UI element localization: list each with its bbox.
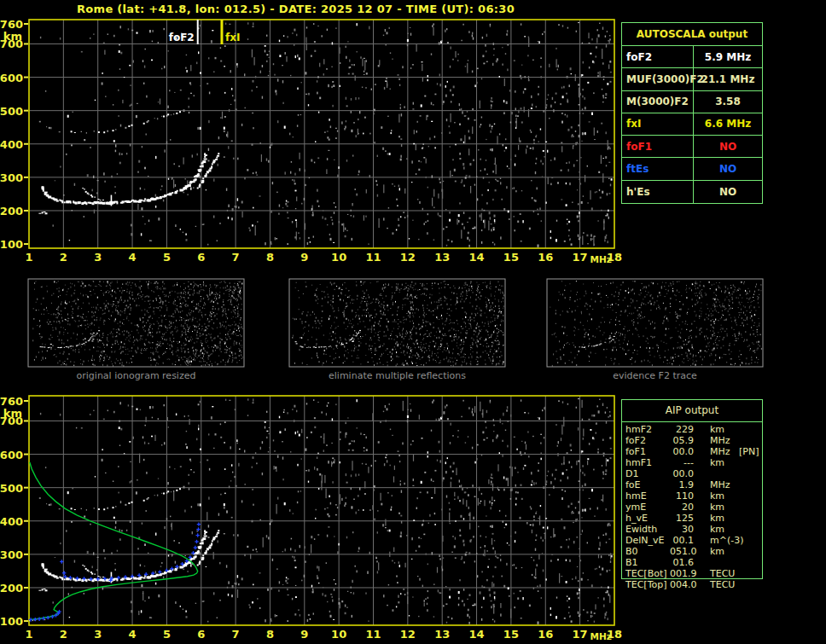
aip-row-Ewidth: Ewidth30km — [625, 524, 762, 535]
x-tick-label: 3 — [94, 251, 102, 264]
param-name: h_vE — [625, 513, 670, 524]
param-value: 125 — [670, 513, 694, 524]
x-tick-label: 17 — [573, 251, 588, 264]
param-unit: TECU — [694, 579, 762, 590]
y-tick-label: 100 — [0, 615, 23, 628]
aip-row-h_vE: h_vE125km — [625, 513, 762, 524]
x-tick-label: 12 — [400, 628, 416, 641]
ionogram-noise — [39, 22, 613, 247]
param-unit: km — [694, 502, 762, 513]
x-tick-label: 11 — [365, 251, 381, 264]
x-tick-label: 14 — [469, 251, 485, 264]
aip-row-B1: B101.6 — [625, 557, 762, 568]
x-tick-label: 12 — [400, 251, 416, 264]
ionogram-noise — [39, 398, 613, 624]
thumbnail-eliminate-multiples — [289, 279, 505, 367]
ionogram-echo-traces — [38, 111, 219, 214]
y-tick-label: 200 — [0, 205, 23, 218]
aip-row-hmF1: hmF1---km — [625, 457, 762, 468]
param-name: foE — [625, 479, 670, 490]
param-name: TEC[Top] — [625, 579, 670, 590]
thumbnail-caption-evidence: evidence F2 trace — [547, 370, 763, 381]
aip-row-D1: D100.0 — [625, 468, 762, 479]
param-value: 004.0 — [670, 579, 694, 590]
param-value: 00.0 — [670, 446, 694, 457]
param-value: 229 — [670, 424, 694, 435]
x-tick-label: 16 — [538, 251, 553, 264]
param-name: B1 — [625, 557, 670, 568]
aip-table-header: AIP output — [622, 400, 762, 422]
ionogram-echo-traces — [38, 488, 219, 591]
param-value: NO — [694, 181, 762, 203]
x-tick-label: 8 — [266, 251, 274, 264]
param-name: hmF2 — [625, 424, 670, 435]
electron-density-profile-curve — [30, 462, 198, 620]
y-tick-label: 200 — [0, 582, 23, 595]
param-name: foF2 — [625, 435, 670, 446]
param-unit: TECU — [694, 568, 762, 579]
y-tick-label: 300 — [0, 548, 23, 561]
param-name: foF2 — [622, 46, 694, 67]
autoscala-screen: 760700600500400300200100km12345678910111… — [0, 0, 826, 644]
profile-and-restored-trace — [29, 462, 201, 622]
x-tick-label: 9 — [300, 251, 308, 264]
x-tick-label: 4 — [129, 628, 137, 641]
autoscala-table-rows: foF25.9 MHzMUF(3000)F221.1 MHzM(3000)F23… — [622, 46, 762, 203]
param-unit: km — [694, 524, 762, 535]
param-unit: km — [694, 457, 762, 468]
param-value: 5.9 MHz — [694, 46, 762, 67]
param-unit — [694, 557, 762, 568]
x-tick-label: 13 — [434, 628, 450, 641]
param-value: --- — [670, 457, 694, 468]
autoscala-row-foF1: foF1NO — [622, 136, 762, 158]
param-name: h'Es — [622, 181, 694, 203]
autoscala-output-table: AUTOSCALA output foF25.9 MHzMUF(3000)F22… — [621, 22, 763, 204]
aip-row-TEC[Bot]: TEC[Bot]001.9TECU — [625, 568, 762, 579]
aip-row-foF2: foF205.9MHz — [625, 435, 762, 446]
param-unit: MHz — [694, 479, 762, 490]
thumbnail-caption-original: original ionogram resized — [28, 370, 244, 381]
param-value: 30 — [670, 524, 694, 535]
y-tick-label: 760 — [0, 395, 23, 408]
x-tick-label: 3 — [94, 628, 102, 641]
param-unit: MHz — [694, 435, 762, 446]
x-tick-label: 17 — [573, 628, 588, 641]
aip-row-ymE: ymE20km — [625, 502, 762, 513]
param-name: Ewidth — [625, 524, 670, 535]
y-tick-label: 300 — [0, 171, 23, 184]
param-name: foF1 — [622, 136, 694, 157]
autoscala-table-header: AUTOSCALA output — [622, 23, 762, 46]
plot-axes: 760700600500400300200100km12345678910111… — [0, 18, 622, 264]
param-name: DelN_vE — [625, 535, 670, 546]
param-name: hmE — [625, 490, 670, 502]
y-tick-label: 400 — [0, 515, 23, 528]
param-unit: km — [694, 513, 762, 524]
y-tick-label: 500 — [0, 482, 23, 495]
x-tick-label: 6 — [197, 628, 205, 641]
y-tick-label: 600 — [0, 449, 23, 461]
aip-row-foF1: foF100.0MHz [PN] — [625, 446, 762, 457]
param-value: 3.58 — [694, 91, 762, 113]
bottom-ionogram-plot: 760700600500400300200100km12345678910111… — [0, 395, 622, 641]
x-tick-label: 9 — [300, 628, 308, 641]
x-tick-label: 11 — [365, 628, 381, 641]
autoscaled-markers: foF2fxI — [169, 20, 241, 44]
x-tick-label: 2 — [60, 251, 67, 264]
param-value: 01.6 — [670, 557, 694, 568]
x-tick-label: 6 — [197, 251, 205, 264]
y-tick-label: 100 — [0, 238, 23, 251]
param-unit: m^(-3) — [694, 535, 762, 546]
param-value: NO — [694, 158, 762, 179]
param-value: 051.0 — [670, 546, 694, 557]
autoscala-row-fxI: fxI6.6 MHz — [622, 113, 762, 136]
param-value: 110 — [670, 490, 694, 502]
thumbnail-evidence-f2 — [547, 279, 763, 367]
param-value: 6.6 MHz — [694, 113, 762, 135]
x-tick-label: 5 — [163, 628, 171, 641]
param-unit: km — [694, 546, 762, 557]
x-tick-label: 8 — [266, 628, 274, 641]
x-tick-label: 15 — [503, 251, 519, 264]
x-tick-label: 1 — [25, 251, 32, 264]
param-name: TEC[Bot] — [625, 568, 670, 579]
param-value: 001.9 — [670, 568, 694, 579]
